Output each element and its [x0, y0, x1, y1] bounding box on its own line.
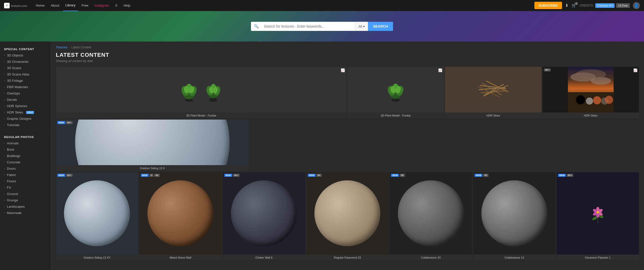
sphere-siding-x [75, 120, 230, 165]
nav-instagram[interactable]: Instagram [92, 0, 112, 11]
sidebar-item-grunge[interactable]: ›Grunge [0, 197, 50, 203]
grid-item-plant-single[interactable]: 📈 3D Plant Model - Funkia [347, 67, 444, 119]
subscribe-button[interactable]: SUBSCRIBE [534, 2, 562, 9]
sidebar-item-animals[interactable]: ›Animals [0, 140, 50, 146]
hdr-corner-icon[interactable]: 📈 [633, 68, 637, 72]
cart-badge: 1 [575, 2, 578, 5]
search-filter-dropdown[interactable]: All ▾ [355, 22, 368, 31]
sidebar-item-ground[interactable]: ›Ground [0, 191, 50, 197]
sidebar-item-decals[interactable]: ›Decals [0, 97, 50, 103]
sidebar-divider [0, 131, 50, 131]
add-icon[interactable]: 📈 [341, 68, 345, 72]
sidebar-item-floors[interactable]: ›Floors [0, 178, 50, 184]
item-label-siding-x: Outdoor Siding 13 X [56, 165, 249, 171]
grid-item-cobblestone-33[interactable]: NEW 8K Cobblestone 33 [389, 172, 472, 261]
sphere-mixed-stone [147, 180, 213, 246]
nav-library[interactable]: Library [63, 0, 78, 11]
nav-home[interactable]: Home [33, 0, 47, 11]
search-bar: 🔍 All ▾ SEARCH [251, 22, 393, 31]
grid-item-stick-scatter[interactable]: HDR Skies [445, 67, 541, 119]
sidebar-item-landscapes[interactable]: ›Landscapes [0, 203, 50, 210]
grid-item-outdoor-siding-x[interactable]: NEW 8K+ Outdoor Siding 13 X [56, 120, 249, 171]
grid-item-siding-xy[interactable]: NEW 8K+ Outdoor Siding 13 XY [56, 172, 138, 261]
item-label-geranium: Geranium Palustre 1 [556, 255, 639, 261]
svg-point-52 [597, 211, 599, 214]
plant-svg-left [179, 77, 199, 102]
sidebar-item-manmade[interactable]: ›Manmade [0, 210, 50, 216]
sticks-svg [475, 77, 511, 102]
item-label-cobblestone-33: Cobblestone 33 [389, 255, 472, 261]
grid-item-clinker-wall[interactable]: NEW 4K+ Clinker Wall 6 [223, 172, 305, 261]
sidebar-item-pbr-materials[interactable]: ›PBR Materials [0, 84, 50, 90]
sidebar-item-3d-foliage[interactable]: ›3D Foliage [0, 78, 50, 84]
sidebar-item-concrete[interactable]: ›Concrete [0, 159, 50, 165]
grid-item-mixed-stone[interactable]: NEW S 4K Mixed Stone Wall [139, 172, 222, 261]
regular-photos-title: REGULAR PHOTOS [0, 133, 50, 140]
sidebar-item-graphic-designs[interactable]: ›Graphic Designs [0, 115, 50, 122]
breadcrumb-parent[interactable]: Textures [56, 46, 67, 49]
item-label-plant-wide: 3D Plant Model - Funkia [56, 112, 346, 119]
sidebar-item-doors[interactable]: ›Doors [0, 165, 50, 172]
hdr-badge-row: 8K+ [544, 68, 551, 71]
search-input[interactable] [262, 22, 355, 31]
sidebar: SPECIAL CONTENT ›3D Objects ›3D Ornament… [0, 42, 51, 270]
nav-about[interactable]: About [48, 0, 62, 11]
cart-icon[interactable]: 🛒 1 [571, 3, 577, 8]
logo-icon: T [4, 3, 10, 8]
hdr-skies-badge: NEW [26, 111, 34, 114]
svg-point-42 [605, 96, 613, 104]
logo[interactable]: T textures.com [4, 3, 27, 8]
logo-text: textures.com [11, 3, 27, 8]
sidebar-item-tutorials[interactable]: ›Tutorials [0, 122, 50, 128]
special-content-title: SPECIAL CONTENT [0, 46, 50, 52]
sidebar-item-hdr-skies[interactable]: ›HDR SkiesNEW [0, 109, 50, 115]
sidebar-item-3d-objects[interactable]: ›3D Objects [0, 52, 50, 59]
nav-free[interactable]: Free [79, 0, 91, 11]
sphere-cobblestone-13 [481, 180, 547, 246]
plant-svg-single [385, 77, 406, 102]
sidebar-item-fx[interactable]: ›FX [0, 184, 50, 191]
badge-8k-siding-x: 8K+ [66, 121, 73, 124]
grid-item-plant-funkia-wide[interactable]: 📈 [56, 67, 346, 119]
grid-item-cobblestone-13[interactable]: NEW 8K Cobblestone 13 [473, 172, 555, 261]
sidebar-item-3d-scans[interactable]: ›3D Scans [0, 65, 50, 71]
page-title: LATEST CONTENT [56, 52, 639, 58]
sidebar-item-fabric[interactable]: ›Fabric [0, 172, 50, 178]
sphere-clinker [231, 180, 297, 246]
main-content: Textures › Latest Content LATEST CONTENT… [51, 42, 644, 270]
graph-icon-2[interactable]: 📈 [438, 68, 442, 72]
credits-label: CREDITS: [580, 4, 594, 7]
search-icon: 🔍 [251, 24, 262, 29]
avatar[interactable]: 👤 [633, 2, 640, 9]
sphere-pavement [314, 180, 380, 246]
sphere-siding-xy [64, 180, 130, 246]
item-label-hdr: HDR Skies [543, 112, 639, 119]
nav-x[interactable]: X [113, 0, 120, 11]
grid-item-geranium[interactable]: NEW 8K+ [556, 172, 639, 261]
item-label-cobblestone-13: Cobblestone 13 [473, 255, 555, 261]
free-credits: 15 Free [616, 3, 630, 8]
hero-banner: 🔍 All ▾ SEARCH [0, 11, 644, 42]
sidebar-item-3d-ornaments[interactable]: ›3D Ornaments [0, 59, 50, 65]
item-label-mixed-stone: Mixed Stone Wall [139, 255, 222, 261]
nav-links: Home About Library Free Instagram X Help [33, 0, 534, 11]
item-label-clinker: Clinker Wall 6 [223, 255, 305, 261]
item-label-siding-xy: Outdoor Siding 13 XY [56, 255, 138, 261]
sidebar-item-hdr-spheres[interactable]: ›HDR Spheres [0, 103, 50, 109]
item-label-sticks: HDR Skies [445, 112, 541, 119]
sidebar-item-3d-scans-atlas[interactable]: ›3D Scans Atlas [0, 71, 50, 78]
nav-help[interactable]: Help [121, 0, 133, 11]
nav-right: SUBSCRIBE ⬇ 🛒 1 CREDITS: Premium 0 ℹ 15 … [534, 2, 640, 9]
navbar: T textures.com Home About Library Free I… [0, 0, 644, 11]
search-button[interactable]: SEARCH [368, 22, 393, 31]
sidebar-item-overlays[interactable]: ›Overlays [0, 90, 50, 97]
flower-svg [588, 201, 608, 226]
content-grid-row2: NEW 8K+ Outdoor Siding 13 XY NEW S 4K [56, 172, 639, 261]
item-label-plant: 3D Plant Model - Funkia [347, 112, 444, 119]
svg-point-38 [576, 95, 585, 104]
grid-item-pavement[interactable]: NEW 8K Regular Pavement 23 [306, 172, 389, 261]
sidebar-item-brick[interactable]: ›Brick [0, 146, 50, 153]
sidebar-item-buildings[interactable]: ›Buildings [0, 153, 50, 159]
grid-item-hdr-skies[interactable]: 8K+ 📈 [543, 67, 639, 119]
download-icon[interactable]: ⬇ [565, 3, 568, 8]
